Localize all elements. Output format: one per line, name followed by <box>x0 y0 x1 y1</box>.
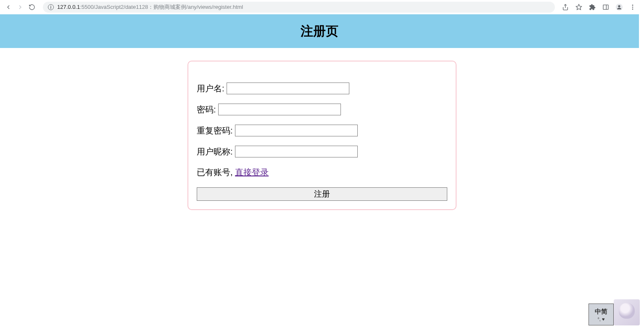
password-label: 密码: <box>197 104 216 115</box>
svg-point-7 <box>632 7 633 8</box>
site-info-icon[interactable]: i <box>48 4 54 10</box>
menu-icon[interactable] <box>629 3 636 11</box>
svg-rect-2 <box>603 5 608 10</box>
extensions-icon[interactable] <box>589 3 596 11</box>
nickname-row: 用户昵称: <box>197 146 447 157</box>
login-link-row: 已有账号, 直接登录 <box>197 167 447 178</box>
share-icon[interactable] <box>562 3 569 11</box>
register-button[interactable]: 注册 <box>197 187 447 201</box>
address-bar[interactable]: i 127.0.0.1:5500/JavaScript2/date1128：购物… <box>43 2 555 13</box>
url-text: 127.0.0.1:5500/JavaScript2/date1128：购物商城… <box>57 3 243 11</box>
forward-button[interactable] <box>16 3 24 11</box>
svg-marker-1 <box>576 4 581 10</box>
repeat-password-label: 重复密码: <box>197 125 233 136</box>
bookmark-star-icon[interactable] <box>575 3 583 11</box>
reload-button[interactable] <box>28 3 36 11</box>
profile-icon[interactable] <box>615 3 623 11</box>
password-row: 密码: <box>197 104 447 115</box>
has-account-text: 已有账号, <box>197 168 235 177</box>
repeat-password-row: 重复密码: <box>197 125 447 136</box>
repeat-password-input[interactable] <box>235 125 358 136</box>
browser-chrome: i 127.0.0.1:5500/JavaScript2/date1128：购物… <box>0 0 644 14</box>
register-form: 用户名: 密码: 重复密码: 用户昵称: 已有账号, 直接登录 注册 <box>187 61 457 210</box>
page-header: 注册页 <box>0 14 639 48</box>
login-link[interactable]: 直接登录 <box>235 168 269 177</box>
back-button[interactable] <box>4 3 13 11</box>
svg-point-8 <box>632 8 633 10</box>
username-row: 用户名: <box>197 83 447 94</box>
panel-icon[interactable] <box>602 3 610 11</box>
toolbar-icons <box>562 3 640 11</box>
password-input[interactable] <box>218 104 341 115</box>
svg-point-6 <box>632 5 633 6</box>
username-input[interactable] <box>227 83 349 94</box>
nickname-label: 用户昵称: <box>197 146 233 157</box>
page-title: 注册页 <box>301 23 338 40</box>
username-label: 用户名: <box>197 83 224 94</box>
svg-point-5 <box>618 5 620 7</box>
nickname-input[interactable] <box>235 146 358 157</box>
